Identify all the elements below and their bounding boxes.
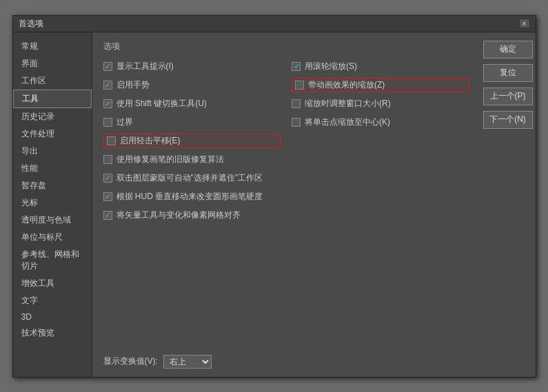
sidebar-item-0[interactable]: 常规 <box>13 38 92 55</box>
sidebar-item-3[interactable]: 工具 <box>13 90 92 108</box>
sidebar-item-10[interactable]: 透明度与色域 <box>13 212 92 229</box>
transform-select[interactable]: 右上右下左上左下中心 <box>163 355 212 369</box>
checkbox-hud_brush[interactable] <box>103 192 112 201</box>
sidebar-item-16[interactable]: 技术预览 <box>13 324 92 342</box>
checkbox-row-left-3: 过界 <box>103 115 281 130</box>
checkbox-label-vector_align: 将矢量工具与变化和像素网格对齐 <box>116 209 241 221</box>
checkbox-label-scroll_zoom: 用滚轮缩放(S) <box>305 61 357 72</box>
checkbox-label-old_healing: 使用修复画笔的旧版修复算法 <box>116 154 224 165</box>
checkbox-animated_zoom[interactable] <box>295 81 304 90</box>
checkbox-old_healing[interactable] <box>103 155 112 164</box>
sidebar-item-1[interactable]: 界面 <box>13 55 92 72</box>
sidebar-item-11[interactable]: 单位与标尺 <box>13 229 92 246</box>
checkbox-click_to_center[interactable] <box>292 118 301 127</box>
checkbox-row-left-7: 根据 HUD 垂直移动来改变圆形画笔硬度 <box>103 189 281 204</box>
dialog-title: 首选项 <box>19 18 43 30</box>
checkbox-show_tool_tips[interactable] <box>103 62 112 71</box>
sidebar-item-8[interactable]: 暂存盘 <box>13 177 92 194</box>
close-button[interactable]: × <box>519 19 530 28</box>
checkbox-label-hud_brush: 根据 HUD 垂直移动来改变圆形画笔硬度 <box>116 191 263 203</box>
dialog: 首选项 × 常规界面工作区工具历史记录文件处理导出性能暂存盘光标透明度与色域单位… <box>12 15 536 378</box>
sidebar-item-6[interactable]: 导出 <box>13 143 92 160</box>
sidebar: 常规界面工作区工具历史记录文件处理导出性能暂存盘光标透明度与色域单位与标尺参考线… <box>13 32 92 377</box>
checkbox-enable_gestures[interactable] <box>103 81 112 90</box>
title-bar: 首选项 × <box>13 16 536 32</box>
checkbox-resize_on_zoom[interactable] <box>292 99 301 108</box>
checkbox-label-overscroll: 过界 <box>116 116 133 128</box>
checkbox-enable_flick_pan[interactable] <box>107 136 116 145</box>
right-column: 用滚轮缩放(S)带动画效果的缩放(Z)缩放时调整窗口大小(R)将单击点缩放至中心… <box>292 59 469 349</box>
dialog-body: 常规界面工作区工具历史记录文件处理导出性能暂存盘光标透明度与色域单位与标尺参考线… <box>13 32 536 377</box>
checkbox-row-left-4: 启用轻击平移(E) <box>103 134 281 148</box>
checkbox-row-right-1: 带动画效果的缩放(Z) <box>292 78 469 92</box>
main-content: 选项 显示工具提示(I)启用手势使用 Shift 键切换工具(U)过界启用轻击平… <box>92 32 480 377</box>
sidebar-item-9[interactable]: 光标 <box>13 194 92 212</box>
reset-button[interactable]: 复位 <box>483 64 533 82</box>
sidebar-item-13[interactable]: 增效工具 <box>13 275 92 292</box>
action-buttons: 确定 复位 上一个(P) 下一个(N) <box>480 32 536 377</box>
sidebar-item-14[interactable]: 文字 <box>13 292 92 309</box>
checkbox-row-left-6: 双击图层蒙版可自动"选择并遮住"工作区 <box>103 171 281 185</box>
checkbox-row-right-0: 用滚轮缩放(S) <box>292 59 469 74</box>
checkbox-label-click_to_center: 将单击点缩放至中心(K) <box>305 116 390 128</box>
sidebar-item-12[interactable]: 参考线、网格和切片 <box>13 246 92 275</box>
checkbox-label-enable_flick_pan: 启用轻击平移(E) <box>120 135 181 147</box>
sidebar-item-4[interactable]: 历史记录 <box>13 108 92 125</box>
options-grid: 显示工具提示(I)启用手势使用 Shift 键切换工具(U)过界启用轻击平移(E… <box>103 59 469 349</box>
checkbox-row-left-8: 将矢量工具与变化和像素网格对齐 <box>103 208 281 223</box>
confirm-button[interactable]: 确定 <box>483 41 533 59</box>
checkbox-label-show_tool_tips: 显示工具提示(I) <box>116 61 174 72</box>
next-button[interactable]: 下一个(N) <box>483 111 533 129</box>
checkbox-row-left-5: 使用修复画笔的旧版修复算法 <box>103 152 281 167</box>
sidebar-item-15[interactable]: 3D <box>13 309 92 324</box>
checkbox-row-left-0: 显示工具提示(I) <box>103 59 281 74</box>
checkbox-label-resize_on_zoom: 缩放时调整窗口大小(R) <box>305 98 391 110</box>
sidebar-item-7[interactable]: 性能 <box>13 160 92 177</box>
checkbox-shift_switch_tool[interactable] <box>103 99 112 108</box>
checkbox-auto_select[interactable] <box>103 174 112 183</box>
left-column: 显示工具提示(I)启用手势使用 Shift 键切换工具(U)过界启用轻击平移(E… <box>103 59 281 349</box>
transform-label: 显示变换值(V): <box>103 355 158 367</box>
sidebar-item-5[interactable]: 文件处理 <box>13 125 92 143</box>
sidebar-item-2[interactable]: 工作区 <box>13 72 92 90</box>
checkbox-overscroll[interactable] <box>103 118 112 127</box>
prev-button[interactable]: 上一个(P) <box>483 87 533 105</box>
checkbox-label-enable_gestures: 启用手势 <box>116 79 150 91</box>
checkbox-row-left-2: 使用 Shift 键切换工具(U) <box>103 96 281 111</box>
checkbox-label-auto_select: 双击图层蒙版可自动"选择并遮住"工作区 <box>116 172 263 184</box>
checkbox-row-right-3: 将单击点缩放至中心(K) <box>292 115 469 130</box>
transform-row: 显示变换值(V): 右上右下左上左下中心 <box>103 355 469 369</box>
checkbox-row-left-1: 启用手势 <box>103 78 281 92</box>
checkbox-vector_align[interactable] <box>103 211 112 220</box>
checkbox-label-animated_zoom: 带动画效果的缩放(Z) <box>308 79 385 91</box>
checkbox-label-shift_switch_tool: 使用 Shift 键切换工具(U) <box>116 98 207 110</box>
section-title: 选项 <box>103 41 469 52</box>
checkbox-row-right-2: 缩放时调整窗口大小(R) <box>292 96 469 111</box>
checkbox-scroll_zoom[interactable] <box>292 62 301 71</box>
